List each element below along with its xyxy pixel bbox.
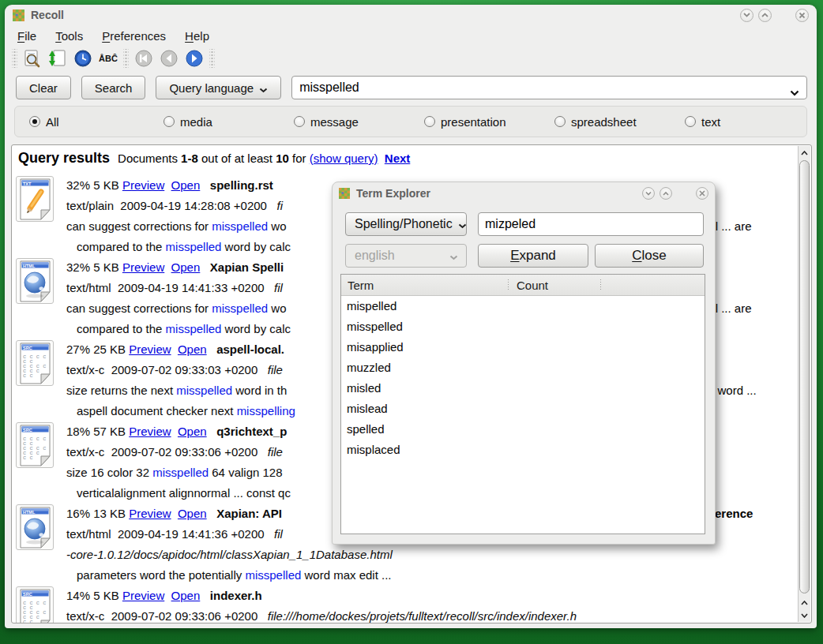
column-separator[interactable] <box>508 279 509 290</box>
highlighted-term: misspelled <box>212 219 268 233</box>
term-explorer-abc-icon[interactable]: ÅBĈ <box>97 48 119 69</box>
maximize-button[interactable] <box>660 187 672 200</box>
dialog-titlebar[interactable]: Term Explorer <box>333 182 715 204</box>
open-link[interactable]: Open <box>178 343 207 356</box>
search-input[interactable] <box>292 77 806 99</box>
preview-link[interactable]: Preview <box>129 425 171 438</box>
query-language-select[interactable]: Query language <box>156 76 281 99</box>
open-link[interactable]: Open <box>171 178 201 192</box>
column-separator[interactable] <box>600 279 601 290</box>
term-row[interactable]: spelled <box>341 419 705 440</box>
snippet-text: size 16 color 32 <box>66 466 152 479</box>
minimize-button[interactable] <box>740 9 753 22</box>
show-query-link[interactable]: (show query) <box>310 152 378 165</box>
menu-item-preferences[interactable]: Preferences <box>102 29 166 43</box>
titlebar[interactable]: Recoll <box>5 5 817 25</box>
result-meta: text/x-c 2009-07-02 09:33:06 +0200 file <box>66 442 291 462</box>
open-link[interactable]: Open <box>171 589 201 602</box>
open-link[interactable]: Open <box>171 260 201 274</box>
filter-category-bar: Allmediamessagepresentationspreadsheette… <box>14 106 807 137</box>
result-snippet: can suggest corrections for misspelled w… <box>66 298 291 319</box>
mime-and-date: text/x-c 2009-07-02 09:33:06 +0200 <box>66 445 268 459</box>
scrollbar-thumb[interactable] <box>799 160 810 593</box>
close-icon[interactable] <box>696 187 708 200</box>
result-title: Xapian: API <box>216 507 282 520</box>
clear-button[interactable]: Clear <box>16 76 71 99</box>
filter-radio-spreadsheet[interactable]: spreadsheet <box>554 107 637 137</box>
scroll-up-icon[interactable] <box>799 597 810 608</box>
next-page-link[interactable]: Next <box>385 152 411 165</box>
src-document-icon: SRCc c c c c cc c c cc c cc c <box>16 586 54 623</box>
file-size: 25 KB <box>93 343 129 356</box>
clear-search-icon[interactable] <box>21 48 43 69</box>
txt-document-icon: TXT <box>16 176 54 222</box>
term-row[interactable]: misapplied <box>341 337 705 358</box>
chevron-down-icon[interactable] <box>790 85 799 99</box>
term-input-box[interactable] <box>478 212 704 236</box>
menu-item-file[interactable]: File <box>17 29 36 43</box>
search-query-combobox[interactable] <box>291 76 807 99</box>
search-button[interactable]: Search <box>81 76 146 99</box>
expansion-type-select[interactable]: Spelling/Phonetic <box>345 212 467 236</box>
result-meta: text/x-c 2009-07-02 09:33:03 +0200 file <box>66 360 295 380</box>
radio-circle[interactable] <box>685 116 696 127</box>
update-index-icon[interactable] <box>47 48 69 69</box>
term-row[interactable]: mispelled <box>341 296 705 316</box>
snippet-text: compared to the <box>77 322 166 335</box>
language-select: english <box>345 244 467 268</box>
window-title: Recoll <box>31 9 735 21</box>
term-column-header[interactable]: Term <box>341 279 505 292</box>
preview-link[interactable]: Preview <box>129 507 171 520</box>
radio-circle[interactable] <box>163 116 175 127</box>
term-row[interactable]: mislead <box>341 399 705 419</box>
scroll-down-icon[interactable] <box>799 609 810 621</box>
snippet-text: compared to the <box>77 240 166 253</box>
term-row[interactable]: misspelled <box>341 316 705 337</box>
minimize-button[interactable] <box>642 187 655 200</box>
filter-label: text <box>701 115 720 129</box>
mime-and-date: text/html 2009-04-19 14:41:36 +0200 <box>66 527 274 541</box>
preview-link[interactable]: Preview <box>122 260 164 274</box>
relevance-percent: 14% <box>66 589 93 602</box>
previous-page-icon[interactable] <box>158 48 180 69</box>
term-input[interactable] <box>479 213 703 235</box>
radio-circle[interactable] <box>294 116 305 127</box>
close-button[interactable]: Close <box>595 244 704 268</box>
radio-circle[interactable] <box>554 116 566 127</box>
radio-circle[interactable] <box>424 116 435 127</box>
preview-link[interactable]: Preview <box>129 343 171 356</box>
mime-and-date: text/x-c 2009-07-02 09:33:06 +0200 <box>66 609 268 623</box>
vertical-scrollbar[interactable] <box>798 146 810 622</box>
file-size: 57 KB <box>93 425 129 438</box>
open-link[interactable]: Open <box>178 425 207 438</box>
term-row[interactable]: muzzled <box>341 358 705 378</box>
radio-circle[interactable] <box>29 116 40 127</box>
term-row[interactable]: misplaced <box>341 440 705 460</box>
filter-radio-text[interactable]: text <box>685 107 720 137</box>
scroll-up-icon[interactable] <box>799 147 810 159</box>
expand-button[interactable]: Expand <box>478 244 588 268</box>
preview-link[interactable]: Preview <box>122 178 164 192</box>
filter-radio-presentation[interactable]: presentation <box>424 107 506 137</box>
result-snippet: aspell document checker next misspelling <box>66 401 295 421</box>
maximize-button[interactable] <box>758 9 772 22</box>
term-table-header[interactable]: Term Count <box>341 275 705 296</box>
open-link[interactable]: Open <box>178 507 207 520</box>
menu-item-help[interactable]: Help <box>185 29 209 43</box>
filter-radio-message[interactable]: message <box>294 107 359 137</box>
filter-radio-all[interactable]: All <box>29 107 59 137</box>
result-snippet: compared to the misspelled word by calc <box>66 237 291 257</box>
next-page-icon[interactable] <box>183 48 205 69</box>
close-button[interactable] <box>795 9 809 22</box>
count-column-header[interactable]: Count <box>512 279 548 292</box>
file-url: file <box>268 445 283 459</box>
term-row[interactable]: misled <box>341 378 705 399</box>
preview-link[interactable]: Preview <box>122 589 164 602</box>
highlighted-term: misspelled <box>166 322 222 335</box>
file-url: file <box>268 363 283 376</box>
menu-item-tools[interactable]: Tools <box>55 29 83 43</box>
snippet-text: parameters word the potentially <box>77 568 245 582</box>
filter-radio-media[interactable]: media <box>163 107 212 137</box>
sort-by-date-icon[interactable] <box>72 48 94 69</box>
first-page-icon[interactable] <box>133 48 155 69</box>
